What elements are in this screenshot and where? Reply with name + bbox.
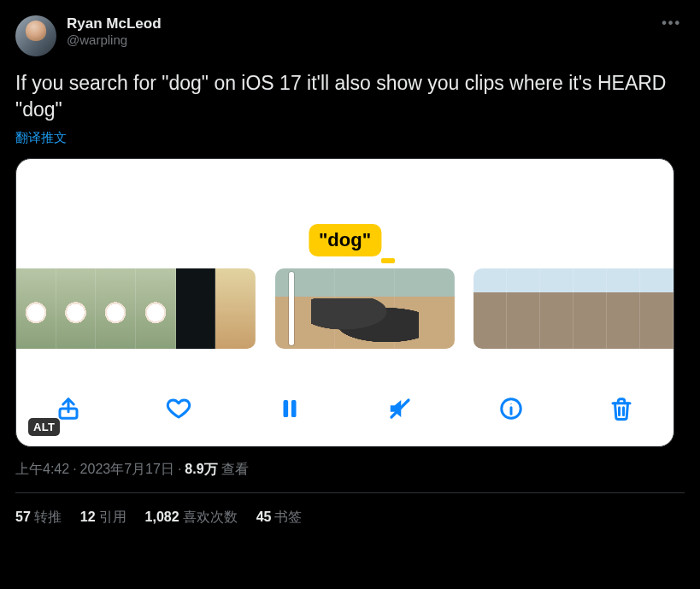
author-handle: @warpling [67,32,162,48]
trash-icon[interactable] [607,394,636,423]
mute-icon[interactable] [385,394,415,423]
video-frame [136,268,176,349]
video-frame [56,268,97,349]
video-frame [395,268,455,349]
video-frame [607,268,640,349]
media-toolbar [16,390,674,427]
more-icon[interactable]: ••• [662,15,681,31]
info-icon[interactable] [497,394,526,423]
video-frame [96,268,136,349]
views-label: 查看 [221,462,249,476]
media-card[interactable]: "dog" [15,158,674,447]
clip-thumbnail-group[interactable] [275,268,455,349]
tweet-date[interactable]: 2023年7月17日 [80,462,174,476]
svg-rect-2 [291,400,297,417]
bookmarks-stat[interactable]: 45书签 [256,509,303,527]
retweets-stat[interactable]: 57转推 [15,509,62,527]
video-frame [540,268,574,349]
video-frame [215,268,256,349]
engagement-row: 57转推 12引用 1,082喜欢次数 45书签 [15,493,685,527]
video-frame [474,268,507,349]
clip-thumbnail-group[interactable] [474,268,674,349]
video-frame [574,268,607,349]
heart-icon[interactable] [164,394,193,423]
likes-stat[interactable]: 1,082喜欢次数 [145,509,238,527]
avatar[interactable] [15,15,56,56]
author-block[interactable]: Ryan McLeod @warpling [67,15,162,48]
video-timeline[interactable] [16,268,674,349]
playhead-cursor[interactable] [289,272,294,345]
video-frame [176,268,216,349]
search-term-tooltip: "dog" [309,224,381,256]
translate-link[interactable]: 翻译推文 [15,130,67,146]
quotes-stat[interactable]: 12引用 [80,509,126,527]
svg-point-5 [510,403,511,404]
tweet-header: Ryan McLeod @warpling ••• [15,15,685,56]
svg-rect-1 [283,400,288,417]
clip-thumbnail-group[interactable] [16,268,256,349]
video-frame [16,268,56,349]
video-frame [507,268,540,349]
alt-badge[interactable]: ALT [28,418,60,436]
tweet-container: Ryan McLeod @warpling ••• If you search … [3,3,697,527]
pause-icon[interactable] [275,394,304,423]
video-frame [640,268,674,349]
tweet-meta: 上午4:42·2023年7月17日·8.9万 查看 [15,461,685,479]
views-count: 8.9万 [185,462,217,476]
tweet-text: If you search for "dog" on iOS 17 it'll … [15,70,685,123]
timeline-marker [381,258,395,263]
author-display-name: Ryan McLeod [67,15,162,32]
tweet-time[interactable]: 上午4:42 [15,462,69,476]
